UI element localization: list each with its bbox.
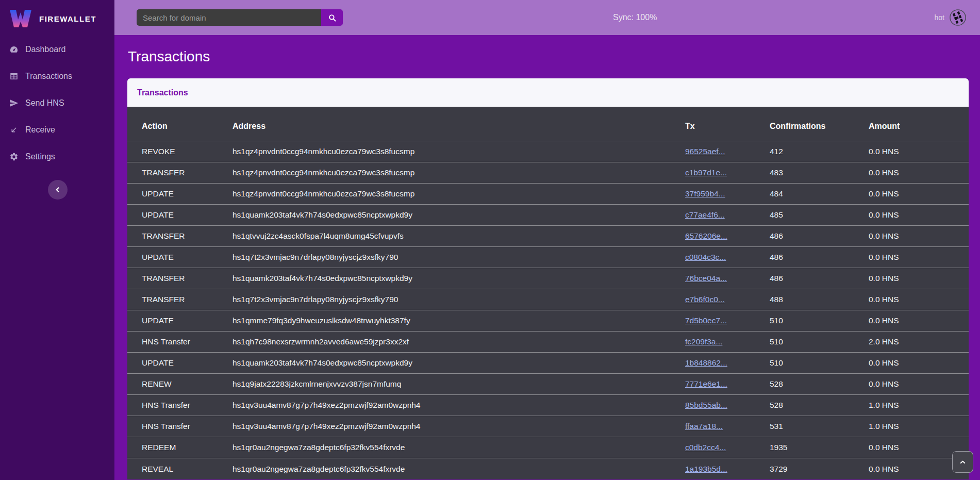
sidebar-item-dashboard[interactable]: Dashboard [0, 36, 114, 63]
table-row: REVOKEhs1qz4pnvdnt0ccg94nmkhcu0ezca79wc3… [127, 141, 969, 162]
confirmations-cell: 412 [770, 147, 869, 156]
search-input[interactable] [137, 9, 321, 26]
amount-cell: 1.0 HNS [869, 401, 969, 410]
address-cell: hs1q7t2x3vmjac9n7drlapy08nyjyscjz9xsfky7… [232, 253, 685, 262]
tx-cell: 7771e6e1... [685, 379, 770, 389]
address-cell: hs1quamk203taf4vk7h74s0edxpwc85ncptxwpkd… [232, 358, 685, 368]
tx-link[interactable]: c0804c3c... [685, 253, 726, 261]
sync-status: Sync: 100% [613, 0, 657, 35]
confirmations-cell: 510 [770, 316, 869, 325]
address-cell: hs1quamk203taf4vk7h74s0edxpwc85ncptxwpkd… [232, 210, 685, 220]
action-cell: UPDATE [142, 316, 232, 325]
tx-link[interactable]: 1a193b5d... [685, 465, 727, 473]
action-cell: UPDATE [142, 253, 232, 262]
tx-cell: 96525aef... [685, 147, 770, 156]
tx-link[interactable]: 37f959b4... [685, 189, 725, 198]
table-row: REVEALhs1qr0au2ngegwa7za8gdeptc6fp32fkv5… [127, 458, 969, 479]
sidebar-item-label: Send HNS [25, 98, 64, 108]
panel-title: Transactions [127, 78, 969, 107]
brand[interactable]: FIREWALLET [0, 0, 114, 30]
confirmations-cell: 485 [770, 210, 869, 220]
amount-cell: 0.0 HNS [869, 274, 969, 283]
amount-cell: 0.0 HNS [869, 147, 969, 156]
table-row: HNS Transferhs1qv3uu4amv87g7p7h49xez2pmz… [127, 416, 969, 437]
tx-link[interactable]: 6576206e... [685, 231, 727, 240]
sidebar-item-label: Dashboard [25, 45, 65, 54]
tx-cell: c77ae4f6... [685, 210, 770, 220]
confirmations-cell: 486 [770, 231, 869, 241]
tx-cell: 85bd55ab... [685, 401, 770, 410]
action-cell: UPDATE [142, 358, 232, 368]
tx-link[interactable]: c77ae4f6... [685, 210, 725, 219]
table-row: UPDATEhs1qz4pnvdnt0ccg94nmkhcu0ezca79wc3… [127, 184, 969, 205]
action-cell: UPDATE [142, 189, 232, 198]
address-cell: hs1qr0au2ngegwa7za8gdeptc6fp32fkv554fxrv… [232, 465, 685, 474]
tx-link[interactable]: fc209f3a... [685, 337, 722, 346]
action-cell: RENEW [142, 379, 232, 389]
action-cell: HNS Transfer [142, 401, 232, 410]
address-cell: hs1qz4pnvdnt0ccg94nmkhcu0ezca79wc3s8fucs… [232, 168, 685, 177]
action-cell: REDEEM [142, 443, 232, 452]
table-row: UPDATEhs1quamk203taf4vk7h74s0edxpwc85ncp… [127, 205, 969, 226]
amount-cell: 0.0 HNS [869, 253, 969, 262]
table-row: RENEWhs1q9jatx22283jzkcmlrnenjxvvzv387js… [127, 374, 969, 395]
tx-link[interactable]: 7d5b0ec7... [685, 316, 727, 325]
sidebar-nav: Dashboard Transactions Send HNS Receive … [0, 36, 114, 170]
tx-link[interactable]: 96525aef... [685, 147, 725, 156]
tx-link[interactable]: c0db2cc4... [685, 443, 726, 452]
chevron-up-icon [959, 458, 967, 466]
handshake-logo-icon[interactable] [949, 9, 967, 26]
domain-search [137, 9, 343, 26]
action-cell: TRANSFER [142, 231, 232, 241]
search-icon [328, 13, 337, 22]
chevron-left-icon [54, 186, 61, 193]
tx-cell: c1b97d1e... [685, 168, 770, 177]
sidebar-item-receive[interactable]: Receive [0, 117, 114, 143]
scroll-to-top-button[interactable] [952, 451, 973, 473]
transactions-table-body: REVOKEhs1qz4pnvdnt0ccg94nmkhcu0ezca79wc3… [127, 141, 969, 479]
tx-link[interactable]: 76bce04a... [685, 274, 727, 283]
column-header-address: Address [232, 122, 685, 131]
table-row: UPDATEhs1q7t2x3vmjac9n7drlapy08nyjyscjz9… [127, 247, 969, 268]
tx-cell: fc209f3a... [685, 337, 770, 346]
table-row: TRANSFERhs1qtvvuj2zc4asck0fspa7l4uqm8umg… [127, 226, 969, 247]
amount-cell: 0.0 HNS [869, 443, 969, 452]
tx-link[interactable]: 1b848862... [685, 358, 727, 367]
main-content: Transactions Transactions Action Address… [114, 35, 980, 480]
tx-link[interactable]: c1b97d1e... [685, 168, 727, 177]
tx-link[interactable]: 85bd55ab... [685, 401, 727, 409]
tx-link[interactable]: e7b6f0c0... [685, 295, 725, 304]
amount-cell: 0.0 HNS [869, 379, 969, 389]
sidebar-item-settings[interactable]: Settings [0, 143, 114, 170]
address-cell: hs1q7t2x3vmjac9n7drlapy08nyjyscjz9xsfky7… [232, 295, 685, 304]
address-cell: hs1q9jatx22283jzkcmlrnenjxvvzv387jsn7mfu… [232, 379, 685, 389]
tx-link[interactable]: 7771e6e1... [685, 379, 727, 388]
tx-cell: 7d5b0ec7... [685, 316, 770, 325]
table-row: REDEEMhs1qr0au2ngegwa7za8gdeptc6fp32fkv5… [127, 437, 969, 458]
confirmations-cell: 483 [770, 168, 869, 177]
tx-link[interactable]: ffaa7a18... [685, 422, 723, 431]
tx-cell: 1a193b5d... [685, 465, 770, 474]
action-cell: HNS Transfer [142, 422, 232, 431]
sidebar-item-label: Receive [25, 125, 55, 135]
wallet-selector[interactable]: hot [935, 0, 967, 35]
action-cell: HNS Transfer [142, 337, 232, 346]
confirmations-cell: 486 [770, 253, 869, 262]
column-header-amount: Amount [869, 122, 969, 131]
table-row: TRANSFERhs1quamk203taf4vk7h74s0edxpwc85n… [127, 268, 969, 289]
receive-icon [9, 125, 19, 135]
amount-cell: 0.0 HNS [869, 295, 969, 304]
amount-cell: 0.0 HNS [869, 189, 969, 198]
sidebar-item-transactions[interactable]: Transactions [0, 63, 114, 90]
tx-cell: 1b848862... [685, 358, 770, 368]
tx-cell: 6576206e... [685, 231, 770, 241]
search-button[interactable] [321, 9, 343, 26]
table-row: TRANSFERhs1qz4pnvdnt0ccg94nmkhcu0ezca79w… [127, 162, 969, 184]
transactions-table: Action Address Tx Confirmations Amount R… [127, 107, 969, 479]
sidebar-collapse-button[interactable] [48, 180, 68, 200]
sidebar-item-send-hns[interactable]: Send HNS [0, 90, 114, 117]
address-cell: hs1qz4pnvdnt0ccg94nmkhcu0ezca79wc3s8fucs… [232, 147, 685, 156]
table-row: UPDATEhs1quamk203taf4vk7h74s0edxpwc85ncp… [127, 353, 969, 374]
firewallet-logo-icon [9, 9, 32, 28]
page-title: Transactions [128, 48, 980, 65]
